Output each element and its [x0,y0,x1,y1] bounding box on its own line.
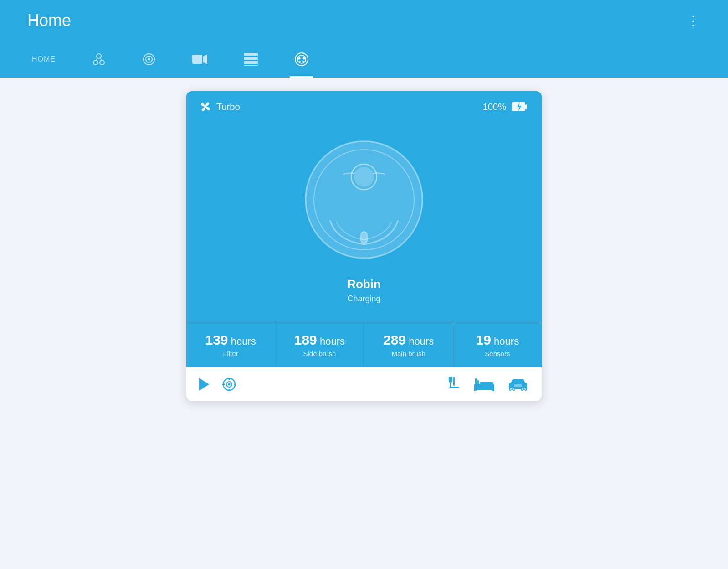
svg-point-21 [303,57,305,60]
nav-nodes[interactable] [87,41,110,78]
action-left [199,377,236,392]
turbo-section: Turbo [199,100,240,113]
filter-label: Filter [223,350,238,357]
header-title: Home [27,11,71,30]
side-brush-value: 189 [294,332,317,347]
filter-value: 139 [205,332,228,347]
svg-marker-13 [203,54,207,64]
header: Home ⋮ [0,0,728,41]
svg-rect-14 [244,53,258,56]
svg-rect-24 [525,104,527,109]
svg-rect-46 [474,387,494,390]
lightning-icon [516,102,522,112]
navbar: HOME [0,41,728,78]
side-brush-label: Side brush [303,350,336,357]
nav-video[interactable] [188,41,212,78]
locate-button[interactable] [222,377,236,392]
svg-marker-25 [517,102,522,111]
svg-point-38 [228,383,231,386]
stat-filter: 139 hours Filter [186,322,275,367]
svg-rect-50 [492,389,494,391]
nodes-icon [92,52,106,66]
garage-button[interactable] [507,378,529,391]
robot-image [296,131,432,268]
stat-side-brush: 189 hours Side brush [275,322,364,367]
svg-rect-57 [514,384,522,387]
svg-point-56 [523,388,525,390]
bedroom-button[interactable] [474,378,494,391]
main-brush-label: Main brush [392,350,426,357]
stats-row: 139 hours Filter 189 hours Side brush 28… [186,322,542,367]
svg-rect-44 [453,378,455,379]
svg-rect-31 [361,232,367,243]
card-top: Turbo 100% [186,91,542,122]
svg-rect-15 [244,57,258,60]
menu-button[interactable]: ⋮ [687,13,701,28]
fan-icon [199,100,212,113]
main-brush-unit: hours [409,336,434,347]
side-brush-unit: hours [320,336,345,347]
play-button[interactable] [199,378,209,391]
svg-rect-16 [244,61,258,64]
nav-home[interactable]: HOME [27,41,60,78]
svg-point-1 [100,60,104,65]
action-bar [186,367,542,401]
kitchen-button[interactable] [447,377,461,392]
list-icon [244,53,258,66]
svg-point-22 [205,106,207,108]
svg-rect-43 [449,387,459,388]
main-content: Turbo 100% [0,78,728,415]
filter-unit: hours [231,336,256,347]
svg-point-30 [354,167,374,187]
robot-name: Robin [347,277,381,291]
nav-list[interactable] [240,41,262,78]
action-right [447,377,529,392]
turbo-label: Turbo [216,102,240,112]
svg-point-55 [511,388,513,390]
svg-rect-48 [480,382,493,387]
robot-face-icon [294,52,309,67]
svg-point-20 [298,57,301,60]
video-icon [192,54,208,65]
svg-rect-51 [475,378,477,381]
svg-rect-12 [192,55,202,64]
battery-section: 100% [483,102,529,112]
stat-sensors: 19 hours Sensors [453,322,542,367]
svg-rect-40 [453,379,455,385]
nav-robot-face[interactable] [290,41,313,78]
sensors-label: Sensors [485,350,510,357]
svg-point-7 [148,58,150,61]
sensors-value: 19 [476,332,491,347]
target-icon [142,52,156,66]
svg-point-0 [93,60,98,65]
main-brush-value: 289 [383,332,406,347]
sensors-unit: hours [494,336,519,347]
nav-target[interactable] [138,41,160,78]
robot-status: Charging [347,294,380,304]
battery-percent: 100% [483,102,506,112]
svg-rect-49 [474,389,477,391]
svg-rect-17 [244,65,258,66]
robot-card: Turbo 100% [186,91,542,401]
svg-point-18 [295,53,308,66]
stat-main-brush: 289 hours Main brush [364,322,453,367]
robot-visual: Robin Charging [186,122,542,322]
